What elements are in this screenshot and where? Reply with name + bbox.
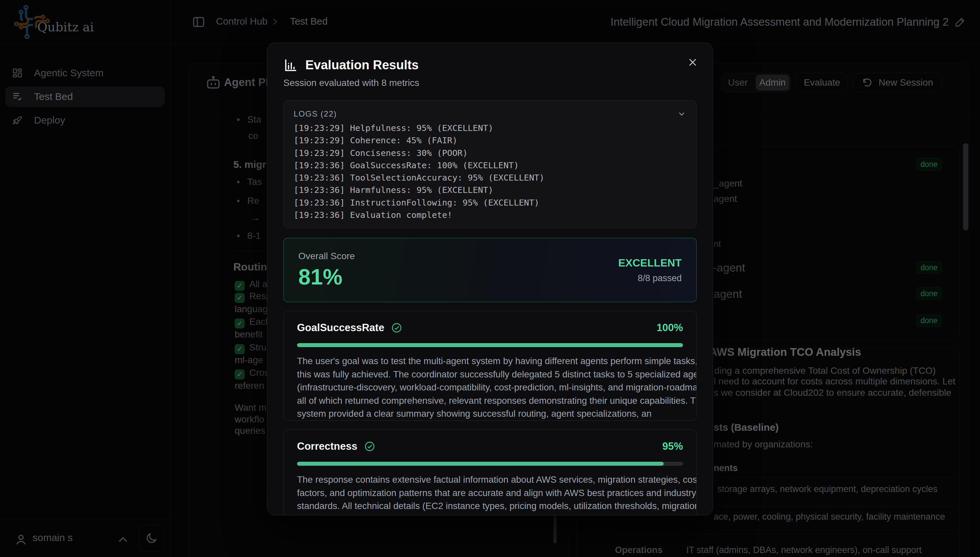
check-circle-icon bbox=[391, 322, 402, 334]
progress-bar bbox=[297, 462, 683, 466]
modal-subtitle: Session evaluated with 8 metrics bbox=[283, 78, 697, 87]
logs-label: LOGS (22) bbox=[294, 109, 337, 119]
metric-score: 100% bbox=[657, 322, 683, 334]
logs-panel: LOGS (22) [19:23:29] Helpfulness: 95% (E… bbox=[283, 100, 697, 228]
overall-score-card: Overall Score 81% EXCELLENT 8/8 passed bbox=[283, 238, 697, 302]
metric-name: GoalSuccessRate bbox=[297, 322, 384, 334]
modal-header: Evaluation Results bbox=[283, 58, 697, 72]
modal-title: Evaluation Results bbox=[305, 58, 419, 72]
progress-bar bbox=[297, 343, 683, 347]
metric-card-correctness: Correctness 95% The response contains ex… bbox=[283, 429, 697, 515]
overall-score-right: EXCELLENT 8/8 passed bbox=[618, 257, 682, 283]
progress-bar-fill bbox=[297, 343, 683, 347]
logs-header[interactable]: LOGS (22) bbox=[294, 109, 686, 119]
metric-score: 95% bbox=[662, 440, 683, 453]
metric-header: Correctness 95% bbox=[297, 440, 683, 453]
metric-card-goal-success-rate: GoalSuccessRate 100% The user's goal was… bbox=[283, 311, 697, 421]
bar-chart-icon bbox=[283, 58, 298, 72]
overall-passed-count: 8/8 passed bbox=[618, 273, 682, 283]
logs-body: [19:23:29] Helpfulness: 95% (EXCELLENT)[… bbox=[294, 122, 686, 221]
metric-description: The user's goal was to test the multi-ag… bbox=[297, 355, 683, 420]
close-button[interactable] bbox=[685, 55, 700, 70]
chevron-down-icon bbox=[677, 109, 686, 119]
close-icon bbox=[687, 57, 698, 68]
metric-name: Correctness bbox=[297, 440, 357, 453]
metric-description: The response contains extensive factual … bbox=[297, 473, 683, 513]
overall-score-value: 81% bbox=[298, 264, 355, 290]
progress-bar-fill bbox=[297, 462, 664, 466]
overall-rating-badge: EXCELLENT bbox=[618, 257, 682, 269]
check-circle-icon bbox=[364, 441, 375, 452]
overall-score-label: Overall Score bbox=[298, 251, 355, 262]
metric-header: GoalSuccessRate 100% bbox=[297, 322, 683, 334]
evaluation-results-modal: Evaluation Results Session evaluated wit… bbox=[267, 42, 713, 515]
app-root: Qubitz ai Agentic System Test Bed bbox=[0, 0, 980, 557]
overall-score-left: Overall Score 81% bbox=[298, 251, 355, 290]
